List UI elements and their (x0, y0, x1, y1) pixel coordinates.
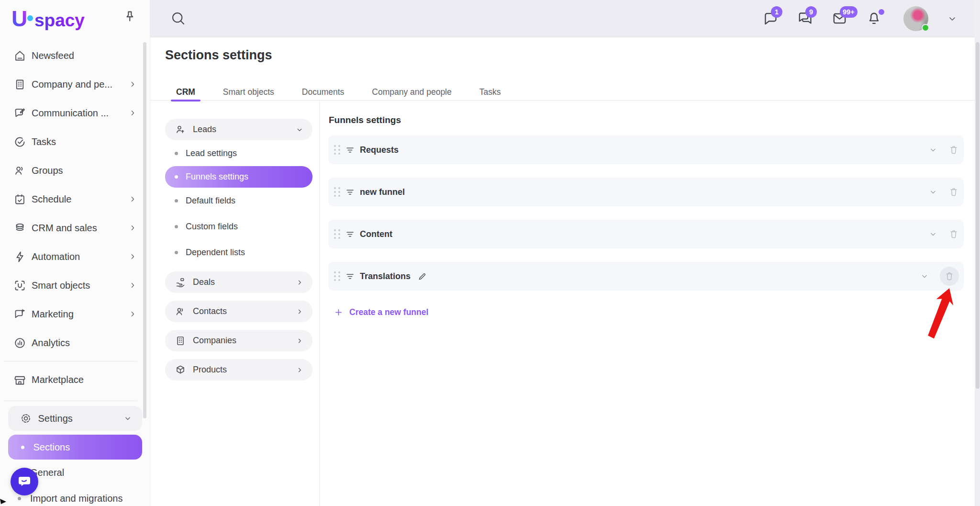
chevron-down-icon[interactable] (928, 229, 938, 239)
sidebar-item-crm[interactable]: CRM and sales (0, 214, 150, 242)
sidebar-item-label: Analytics (32, 337, 70, 349)
funnel-row-new-funnel[interactable]: new funnel (328, 178, 964, 206)
drag-handle-icon[interactable] (334, 187, 340, 197)
sidebar-item-label: Newsfeed (32, 50, 74, 61)
chevron-right-icon (295, 366, 304, 374)
chevron-right-icon (128, 309, 137, 319)
chevron-down-icon[interactable] (928, 187, 938, 197)
sidebar-item-groups[interactable]: Groups (0, 156, 150, 185)
crm-nav-label: Lead settings (186, 148, 237, 158)
sidebar-item-label: Groups (32, 165, 63, 176)
direct-messages-button[interactable]: 1 (763, 11, 779, 27)
page-scrollbar-thumb[interactable] (976, 42, 980, 389)
sidebar-divider (4, 401, 137, 401)
tab-documents[interactable]: Documents (297, 87, 350, 97)
chat-launcher-icon (16, 473, 33, 490)
funnel-row-requests[interactable]: Requests (328, 135, 964, 164)
chat-pen-icon (13, 107, 26, 120)
crm-nav-label: Funnels settings (186, 172, 248, 182)
crm-nav-deals[interactable]: Deals (165, 271, 312, 293)
red-annotation-arrow (921, 285, 964, 345)
sidebar-item-tasks[interactable]: Tasks (0, 127, 150, 156)
sidebar-item-label: Marketing (32, 309, 74, 320)
group-chats-button[interactable]: 9 (797, 11, 813, 27)
sidebar-item-marketplace[interactable]: Marketplace (0, 365, 150, 394)
sidebar-item-smart-objects[interactable]: Smart objects (0, 271, 150, 300)
funnel-row-content[interactable]: Content (328, 220, 964, 248)
sidebar-item-marketing[interactable]: Marketing (0, 300, 150, 328)
sidebar-item-analytics[interactable]: Analytics (0, 328, 150, 357)
funnel-row-translations[interactable]: Translations (328, 262, 964, 291)
user-avatar[interactable] (903, 6, 928, 31)
sidebar-item-newsfeed[interactable]: Newsfeed (0, 41, 150, 70)
sidebar-item-company[interactable]: Company and pe... (0, 70, 150, 99)
pin-sidebar-button[interactable] (122, 10, 137, 25)
sidebar-item-settings[interactable]: Settings (8, 406, 142, 431)
crm-nav-default-fields[interactable]: Default fields (165, 188, 312, 214)
trash-icon[interactable] (948, 187, 959, 197)
crm-nav-companies[interactable]: Companies (165, 330, 312, 351)
drag-handle-icon[interactable] (334, 145, 340, 155)
drag-handle-icon[interactable] (334, 229, 340, 239)
trash-icon[interactable] (948, 145, 959, 155)
crm-nav-label: Dependent lists (186, 247, 245, 258)
search-button[interactable] (170, 11, 187, 27)
sidebar-item-label: Automation (32, 251, 80, 262)
sidebar-item-sections[interactable]: Sections (8, 435, 142, 460)
sidebar-item-automation[interactable]: Automation (0, 242, 150, 271)
mail-button[interactable]: 99+ (832, 11, 848, 27)
chevron-down-icon (123, 414, 133, 423)
task-check-icon (13, 135, 26, 148)
user-menu-chevron-icon[interactable] (947, 13, 958, 24)
bullet-icon (175, 199, 178, 202)
topbar: 1 9 99+ (150, 0, 980, 37)
crm-nav-leads[interactable]: Leads (165, 119, 312, 140)
funnel-name: Translations (360, 271, 411, 281)
lead-person-icon (175, 124, 186, 135)
crm-nav-funnels-settings[interactable]: Funnels settings (165, 166, 312, 188)
bullet-icon (175, 152, 178, 155)
notifications-button[interactable] (866, 11, 882, 27)
crm-nav-contacts[interactable]: Contacts (165, 301, 312, 322)
crm-nav-label: Products (193, 365, 227, 375)
sidebar-scrollbar[interactable] (143, 42, 146, 418)
sidebar-item-label: Smart objects (32, 280, 90, 291)
contacts-icon (175, 306, 186, 317)
support-chat-launcher[interactable] (11, 468, 38, 495)
trash-icon[interactable] (948, 229, 959, 239)
chevron-right-icon (128, 252, 137, 261)
svg-text:spacy: spacy (34, 11, 85, 30)
chevron-down-icon[interactable] (920, 271, 929, 281)
tab-smart-objects[interactable]: Smart objects (218, 87, 279, 97)
sidebar-item-schedule[interactable]: Schedule (0, 185, 150, 214)
chevron-right-icon (295, 278, 304, 287)
drag-handle-icon[interactable] (334, 271, 340, 281)
mouse-cursor-artifact (0, 499, 8, 506)
create-new-funnel-button[interactable]: Create a new funnel (334, 307, 428, 317)
svg-text:U: U (11, 7, 27, 31)
tab-crm[interactable]: CRM (171, 87, 200, 97)
crm-nav-lead-settings[interactable]: Lead settings (165, 140, 312, 166)
users-icon (13, 164, 26, 177)
crm-nav-label: Default fields (186, 196, 235, 206)
edit-pencil-icon[interactable] (417, 271, 427, 281)
bullet-icon (21, 446, 24, 449)
page-scrollbar-track[interactable] (975, 0, 980, 506)
bullet-icon (175, 251, 178, 254)
tab-company-and-people[interactable]: Company and people (367, 87, 457, 97)
sidebar-item-communication[interactable]: Communication ... (0, 99, 150, 127)
topbar-actions: 1 9 99+ (763, 0, 958, 37)
tab-tasks[interactable]: Tasks (474, 87, 506, 97)
chevron-right-icon (128, 79, 137, 89)
funnels-heading: Funnels settings (329, 115, 401, 125)
crm-nav-products[interactable]: Products (165, 359, 312, 381)
create-new-funnel-label: Create a new funnel (349, 307, 428, 317)
funnel-icon (345, 145, 356, 156)
crm-nav-dependent-lists[interactable]: Dependent lists (165, 239, 312, 265)
crm-nav-custom-fields[interactable]: Custom fields (165, 214, 312, 239)
chevron-down-icon[interactable] (928, 145, 938, 155)
search-icon (170, 11, 186, 26)
uspacy-logo[interactable]: U spacy (11, 7, 93, 34)
crm-nav-label: Custom fields (186, 222, 238, 232)
delete-funnel-button[interactable] (940, 267, 959, 286)
